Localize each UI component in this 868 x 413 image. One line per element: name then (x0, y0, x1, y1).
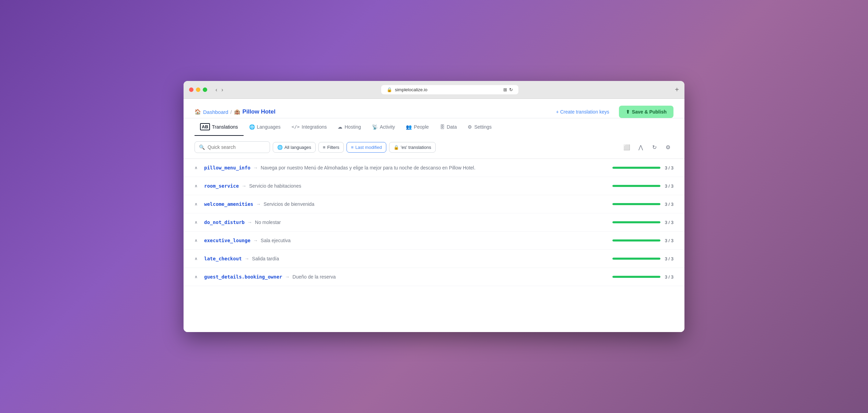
filters-button[interactable]: ≡ Filters (318, 142, 344, 153)
progress-section: 3 / 3 (612, 274, 673, 280)
tab-hosting[interactable]: ☁ Hosting (332, 119, 366, 135)
arrow-icon: → (247, 220, 252, 225)
tab-translations[interactable]: AB Translations (195, 118, 244, 136)
tab-languages-label: Languages (257, 124, 281, 130)
maximize-button[interactable] (203, 87, 207, 92)
all-languages-filter[interactable]: 🌐 All languages (273, 142, 316, 153)
dashboard-link[interactable]: Dashboard (203, 109, 228, 115)
data-icon: 🗄 (440, 124, 445, 130)
lock-small-icon: 🔒 (394, 145, 399, 150)
progress-bar (612, 185, 660, 187)
progress-label: 3 / 3 (664, 202, 673, 207)
progress-fill (612, 221, 660, 223)
progress-fill (612, 185, 660, 187)
progress-bar (612, 276, 660, 278)
forward-arrow[interactable]: › (220, 86, 224, 94)
tab-hosting-label: Hosting (344, 124, 361, 130)
arrow-icon: → (253, 165, 258, 170)
address-bar: 🔒 simplelocalize.io ⊞ ↻ (229, 85, 671, 94)
url-display[interactable]: 🔒 simplelocalize.io ⊞ ↻ (381, 85, 518, 94)
top-bar: 🏠 Dashboard / 🏨 Pillow Hotel + Create tr… (184, 99, 684, 118)
people-icon: 👥 (406, 124, 412, 130)
tab-data-label: Data (447, 124, 457, 130)
refresh-icon[interactable]: ↻ (509, 87, 513, 92)
arrow-icon: → (242, 183, 246, 189)
table-row[interactable]: ∧ do_not_disturb → No molestar 3 / 3 (184, 213, 684, 232)
table-row[interactable]: ∧ late_checkout → Salida tardía 3 / 3 (184, 250, 684, 268)
progress-label: 3 / 3 (664, 238, 673, 243)
add-tab-button[interactable]: + (675, 86, 679, 94)
sort-icon: ≡ (351, 145, 354, 150)
breadcrumb: 🏠 Dashboard / 🏨 Pillow Hotel (195, 108, 552, 115)
search-icon: 🔍 (199, 144, 205, 150)
translation-key: executive_lounge (204, 238, 250, 243)
filter-bar: 🔍 🌐 All languages ≡ Filters ≡ Last modif… (184, 136, 684, 159)
arrow-icon: → (285, 274, 290, 280)
address-icons: ⊞ ↻ (503, 87, 513, 92)
tab-activity[interactable]: 📡 Activity (366, 119, 400, 135)
table-row[interactable]: ∧ room_service → Servicio de habitacione… (184, 177, 684, 195)
lock-icon: 🔒 (387, 87, 392, 92)
progress-section: 3 / 3 (612, 202, 673, 207)
expand-all-button[interactable]: ⬜ (621, 142, 632, 153)
traffic-lights (189, 87, 207, 92)
table-row[interactable]: ∧ welcome_amenities → Servicios de bienv… (184, 195, 684, 213)
browser-window: ‹ › 🔒 simplelocalize.io ⊞ ↻ + 🏠 Dashboar… (184, 81, 684, 332)
collapse-all-button[interactable]: ⋀ (635, 142, 646, 153)
es-translations-filter[interactable]: 🔒 'es' translations (389, 142, 436, 153)
close-button[interactable] (189, 87, 193, 92)
expand-icon: ∧ (195, 184, 200, 188)
progress-bar (612, 203, 660, 205)
tab-settings[interactable]: ⚙ Settings (462, 119, 497, 135)
arrow-icon: → (245, 256, 249, 261)
tab-people-label: People (414, 124, 429, 130)
translation-key: late_checkout (204, 256, 242, 261)
settings-icon: ⚙ (468, 124, 472, 130)
expand-icon: ∧ (195, 274, 200, 279)
activity-icon: 📡 (372, 124, 378, 130)
filter-right-actions: ⬜ ⋀ ↻ ⚙ (621, 142, 673, 153)
top-actions: + Create translation keys ⬆ Save & Publi… (552, 106, 673, 118)
translation-key: room_service (204, 183, 239, 189)
expand-icon: ∧ (195, 256, 200, 261)
tab-integrations[interactable]: </> Integrations (286, 119, 332, 135)
translation-key: welcome_amenities (204, 201, 253, 207)
settings-translations-button[interactable]: ⚙ (662, 142, 673, 153)
minimize-button[interactable] (196, 87, 200, 92)
progress-fill (612, 276, 660, 278)
tab-data[interactable]: 🗄 Data (434, 119, 462, 135)
globe-icon: 🌐 (277, 145, 283, 150)
translation-value: Dueño de la reserva (293, 274, 612, 280)
create-translation-keys-button[interactable]: + Create translation keys (552, 106, 613, 117)
last-modified-filter[interactable]: ≡ Last modified (347, 142, 386, 153)
progress-label: 3 / 3 (664, 256, 673, 261)
es-translations-label: 'es' translations (401, 145, 431, 150)
app-content: 🏠 Dashboard / 🏨 Pillow Hotel + Create tr… (184, 99, 684, 332)
table-row[interactable]: ∧ pillow_menu_info → Navega por nuestro … (184, 159, 684, 177)
last-modified-label: Last modified (355, 145, 382, 150)
table-row[interactable]: ∧ guest_details.booking_owner → Dueño de… (184, 268, 684, 286)
tab-integrations-label: Integrations (302, 124, 327, 130)
translation-value: Servicio de habitaciones (249, 183, 612, 189)
table-row[interactable]: ∧ executive_lounge → Sala ejecutiva 3 / … (184, 232, 684, 250)
nav-tabs: AB Translations 🌐 Languages </> Integrat… (184, 118, 684, 136)
translation-value: No molestar (255, 220, 612, 225)
upload-icon: ⬆ (626, 109, 630, 115)
save-publish-button[interactable]: ⬆ Save & Publish (619, 106, 673, 118)
integrations-icon: </> (292, 124, 300, 129)
translations-icon: AB (200, 123, 210, 130)
translation-value: Sala ejecutiva (261, 238, 612, 243)
search-field-wrapper[interactable]: 🔍 (195, 141, 270, 153)
tab-people[interactable]: 👥 People (400, 119, 434, 135)
refresh-button[interactable]: ↻ (649, 142, 660, 153)
tab-languages[interactable]: 🌐 Languages (244, 119, 286, 135)
back-arrow[interactable]: ‹ (214, 86, 219, 94)
arrow-icon: → (256, 201, 261, 207)
tab-translations-label: Translations (212, 124, 238, 130)
progress-section: 3 / 3 (612, 256, 673, 261)
progress-bar (612, 167, 660, 169)
url-text: simplelocalize.io (395, 87, 427, 92)
expand-icon: ∧ (195, 165, 200, 170)
search-input[interactable] (208, 144, 266, 150)
progress-label: 3 / 3 (664, 184, 673, 189)
